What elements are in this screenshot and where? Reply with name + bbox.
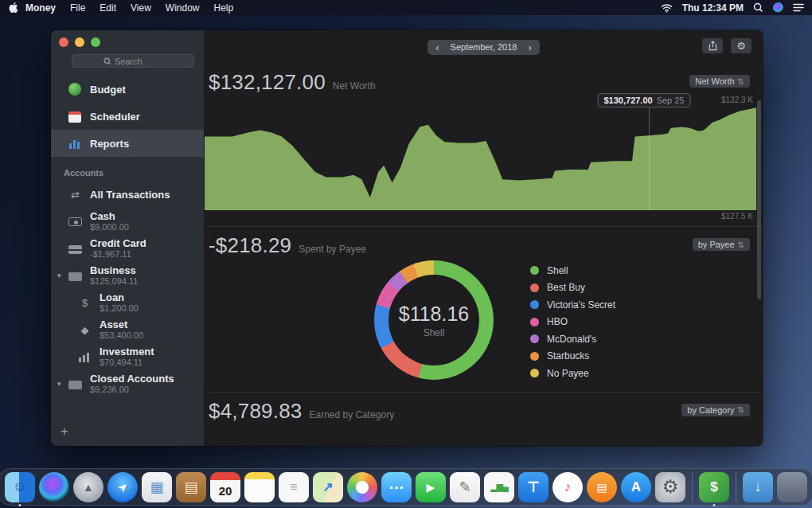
money-dock-icon[interactable]: $ <box>699 472 729 502</box>
siri-dock-icon[interactable] <box>39 472 69 502</box>
transactions-icon: ⇄ <box>68 189 82 201</box>
apple-menu-icon[interactable] <box>8 2 18 14</box>
spent-by-payee-section: -$218.29 Spent by Payee by Payee ⇅ $118.… <box>205 227 763 393</box>
sidebar-account-all-transactions[interactable]: ⇄ All Transactions <box>51 181 204 208</box>
siri-menu-icon[interactable] <box>773 2 783 13</box>
sidebar-account-credit-card[interactable]: Credit Card -$1,967.11 <box>51 235 204 262</box>
earned-by-category-section: $4,789.83 Earned by Category by Category… <box>205 393 763 421</box>
sidebar-account-cash[interactable]: Cash $9,000.00 <box>51 208 204 235</box>
numbers-glyph: ▂▆▄ <box>490 482 508 492</box>
notes-dock-icon[interactable] <box>244 472 275 502</box>
preview-dock-icon[interactable]: ▦ <box>142 472 172 502</box>
messages-dock-icon[interactable]: … <box>381 472 412 502</box>
sidebar-item-scheduler[interactable]: Scheduler <box>51 103 204 130</box>
menu-window[interactable]: Window <box>158 2 207 14</box>
contacts-dock-icon[interactable]: ▤ <box>176 472 206 502</box>
legend-dot <box>530 283 539 292</box>
sidebar-item-label: Reports <box>90 138 129 150</box>
net-worth-selector-dropdown[interactable]: Net Worth ⇅ <box>689 75 750 88</box>
sidebar-account-business[interactable]: ▾ Business $125,094.11 <box>51 262 204 289</box>
pages-dock-icon[interactable]: ✎ <box>450 472 480 502</box>
facetime-dock-icon[interactable]: ▶ <box>416 472 446 502</box>
keynote-dock-icon[interactable]: ⊤ <box>518 472 548 502</box>
spotlight-search-icon[interactable] <box>753 2 763 13</box>
trash-dock-icon[interactable] <box>777 472 807 502</box>
messages-glyph: … <box>388 475 404 493</box>
legend-item-no-payee[interactable]: No Payee <box>530 365 615 382</box>
itunes-dock-icon[interactable]: ♪ <box>552 472 583 502</box>
sidebar-account-asset[interactable]: ◆ Asset $53,400.00 <box>51 316 204 343</box>
numbers-dock-icon[interactable]: ▂▆▄ <box>484 472 514 502</box>
net-worth-area-chart[interactable]: $130,727.00 Sep 25 $132.3 K $127.5 K <box>205 104 756 210</box>
maps-glyph: ↗ <box>322 479 333 494</box>
dock-separator <box>692 472 693 502</box>
photos-dock-icon[interactable] <box>347 472 377 502</box>
legend-item-best-buy[interactable]: Best Buy <box>530 279 615 297</box>
downloads-dock-icon[interactable]: ↓ <box>743 472 773 502</box>
content-scrollbar[interactable] <box>757 100 761 299</box>
minimize-window-button[interactable] <box>75 37 84 47</box>
reports-icon <box>68 137 81 150</box>
loan-icon: $ <box>78 297 92 309</box>
accounts-section-label: Accounts <box>64 168 204 178</box>
legend-dot <box>530 300 539 309</box>
legend-dot <box>530 369 539 377</box>
period-selector[interactable]: ‹ September, 2018 › <box>427 40 539 55</box>
add-account-button[interactable]: + <box>61 424 68 440</box>
reminders-dock-icon[interactable]: ≡ <box>279 472 309 502</box>
menu-clock[interactable]: Thu 12:34 PM <box>682 2 744 14</box>
maps-dock-icon[interactable]: ↗ <box>313 472 343 502</box>
previous-period-button[interactable]: ‹ <box>435 41 439 53</box>
appstore-dock-icon[interactable]: A <box>621 472 651 502</box>
menu-file[interactable]: File <box>63 2 92 14</box>
sidebar-search-field[interactable] <box>72 54 194 68</box>
spent-donut-chart[interactable]: $118.16 Shell <box>374 260 494 380</box>
launchpad-dock-icon[interactable]: ▲ <box>73 472 103 502</box>
calendar-dock-icon[interactable]: 20 <box>210 472 240 502</box>
legend-item-victorias-secret[interactable]: Victoria's Secret <box>530 296 615 314</box>
reminders-glyph: ≡ <box>290 480 297 494</box>
finder-dock-icon[interactable]: ☺ <box>5 472 35 502</box>
sidebar-account-closed-accounts[interactable]: ▾ Closed Accounts $9,236.00 <box>51 370 204 397</box>
settings-button[interactable]: ⚙ <box>731 38 751 53</box>
disclosure-triangle-icon[interactable]: ▾ <box>57 380 61 388</box>
spent-amount: -$218.29 <box>209 233 291 258</box>
sidebar-item-budget[interactable]: Budget <box>51 76 204 103</box>
disclosure-triangle-icon[interactable]: ▾ <box>57 272 61 279</box>
earned-selector-dropdown[interactable]: by Category ⇅ <box>681 404 750 416</box>
share-button[interactable] <box>702 38 723 53</box>
facetime-glyph: ▶ <box>427 481 435 494</box>
tooltip-date: Sep 25 <box>657 96 685 105</box>
sidebar-account-investment[interactable]: Investment $70,494.11 <box>51 343 204 370</box>
contacts-glyph: ▤ <box>184 479 197 496</box>
legend-item-hbo[interactable]: HBO <box>530 314 615 331</box>
zoom-window-button[interactable] <box>91 37 100 47</box>
legend-item-mcdonalds[interactable]: McDonald's <box>530 330 615 348</box>
updown-arrows-icon: ⇅ <box>738 77 744 86</box>
asset-icon: ◆ <box>78 324 92 336</box>
launchpad-glyph: ▲ <box>83 481 94 494</box>
menu-bar: Money File Edit View Window Help Thu 12:… <box>0 0 812 15</box>
sidebar-account-loan[interactable]: $ Loan $1,200.00 <box>51 289 204 316</box>
cash-icon <box>68 217 82 226</box>
next-period-button[interactable]: › <box>528 41 531 53</box>
close-window-button[interactable] <box>59 37 68 47</box>
legend-item-starbucks[interactable]: Starbucks <box>530 348 615 365</box>
spent-selector-dropdown[interactable]: by Payee ⇅ <box>693 238 750 251</box>
net-worth-amount: $132,127.00 <box>209 70 326 95</box>
safari-dock-icon[interactable]: ➤ <box>107 472 138 502</box>
settings-dock-icon[interactable]: ⚙ <box>655 472 685 502</box>
books-dock-icon[interactable]: ▤ <box>587 472 617 502</box>
menu-help[interactable]: Help <box>207 2 241 14</box>
legend-dot <box>530 334 539 343</box>
sidebar-item-reports[interactable]: Reports <box>51 130 204 157</box>
notification-center-icon[interactable] <box>793 3 804 12</box>
payee-legend: Shell Best Buy Victoria's Secret HBO McD… <box>530 260 615 382</box>
menu-app-name[interactable]: Money <box>18 2 63 14</box>
menu-edit[interactable]: Edit <box>92 2 123 14</box>
wifi-icon[interactable] <box>661 3 673 13</box>
menu-view[interactable]: View <box>123 2 158 14</box>
period-label: September, 2018 <box>451 42 517 52</box>
search-input[interactable] <box>115 57 162 66</box>
legend-item-shell[interactable]: Shell <box>530 262 615 279</box>
